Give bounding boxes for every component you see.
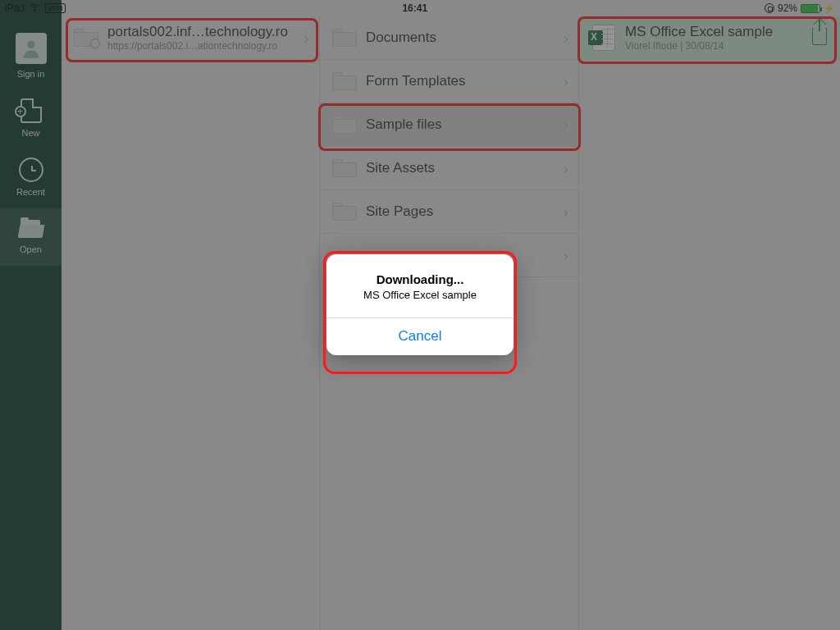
alert-title: Downloading... — [340, 272, 500, 286]
alert-message: MS Office Excel sample — [340, 289, 500, 301]
download-alert: Downloading... MS Office Excel sample Ca… — [326, 254, 514, 355]
alert-cancel-button[interactable]: Cancel — [326, 318, 514, 355]
